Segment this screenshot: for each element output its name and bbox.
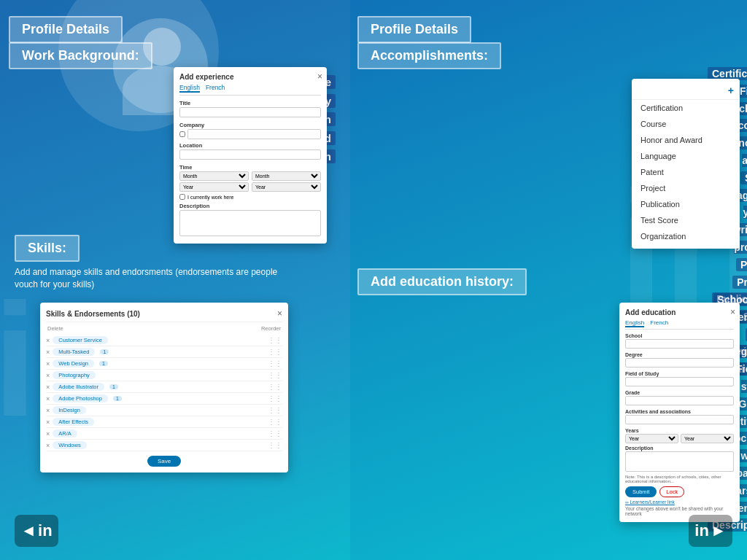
modal-exp-tab-english[interactable]: English — [179, 84, 200, 93]
li-box-left: ◄in — [15, 515, 58, 547]
accomplishments-dropdown: + Certification Course Honor and Award L… — [632, 79, 740, 249]
acc-patents: Patents — [708, 257, 747, 274]
accomplishments-label: Accomplishments: — [357, 42, 501, 69]
med-from-year[interactable]: Year — [625, 434, 678, 443]
acc-projects: Projects — [708, 274, 747, 292]
acc-dd-language[interactable]: Language — [632, 148, 740, 164]
med-degree-input[interactable] — [625, 358, 734, 368]
modal-edu-title: Add education — [625, 308, 734, 316]
ms-remove-7[interactable]: × — [46, 419, 50, 426]
ms-remove-8[interactable]: × — [46, 430, 50, 438]
med-description-textarea[interactable] — [625, 451, 734, 472]
acc-dropdown-header: + — [632, 83, 740, 100]
med-tab-english[interactable]: English — [625, 319, 644, 327]
med-activities-label: Activities and associations — [625, 409, 734, 414]
acc-plus-button[interactable]: + — [728, 85, 734, 96]
skill-badge-1: 1 — [100, 349, 109, 354]
exp-description-textarea[interactable] — [179, 210, 321, 236]
ms-skills-list: ×Customer Service ⋮⋮ ×Multi-Tasked1 ⋮⋮ ×… — [46, 335, 282, 451]
skill-badge-2: 1 — [99, 361, 108, 366]
med-degree-label: Degree — [625, 352, 734, 357]
ms-remove-2[interactable]: × — [46, 360, 50, 368]
med-school-input[interactable] — [625, 339, 734, 349]
list-item: ×Adobe Photoshop1 ⋮⋮ — [46, 393, 282, 405]
ms-drag-7[interactable]: ⋮⋮ — [268, 418, 282, 426]
exp-location-input[interactable] — [179, 149, 321, 160]
ms-remove-5[interactable]: × — [46, 395, 50, 402]
acc-dd-patent[interactable]: Patent — [632, 164, 740, 180]
li-text-left: in — [38, 521, 53, 540]
acc-dd-project[interactable]: Project — [632, 180, 740, 196]
ms-close[interactable]: × — [277, 308, 282, 319]
med-to-year[interactable]: Year — [681, 434, 734, 443]
left-panel: in Profile Details Work Background: Job … — [0, 0, 350, 560]
exp-to-month[interactable]: Month — [252, 171, 321, 181]
ms-drag-6[interactable]: ⋮⋮ — [268, 406, 282, 414]
ms-drag-5[interactable]: ⋮⋮ — [268, 394, 282, 402]
med-tab-french[interactable]: French — [650, 319, 668, 327]
ms-drag-3[interactable]: ⋮⋮ — [268, 371, 282, 379]
exp-company-input[interactable] — [187, 129, 321, 139]
skill-tag-7: After Effects — [53, 418, 94, 426]
ms-drag-2[interactable]: ⋮⋮ — [268, 359, 282, 368]
skill-tag-3: Photography — [53, 371, 96, 379]
linkedin-logo-left: ◄in — [11, 513, 62, 549]
ms-header: Skills & Endorsements (10) × — [46, 308, 282, 322]
ms-remove-6[interactable]: × — [46, 407, 50, 414]
ms-remove-3[interactable]: × — [46, 372, 50, 379]
exp-company-label: Company — [179, 122, 321, 128]
ms-remove-9[interactable]: × — [46, 442, 50, 449]
exp-company-checkbox[interactable] — [179, 131, 185, 137]
list-item: ×Photography ⋮⋮ — [46, 370, 282, 381]
exp-location-label: Location — [179, 142, 321, 149]
exp-currently-works-row: I currently work here — [179, 194, 321, 200]
exp-time-label: Time — [179, 164, 321, 171]
list-item: ×Multi-Tasked1 ⋮⋮ — [46, 346, 282, 358]
exp-currently-works-label: I currently work here — [187, 195, 233, 200]
exp-from-month[interactable]: Month — [179, 171, 249, 181]
med-grade-label: Grade — [625, 390, 734, 395]
exp-currently-works-checkbox[interactable] — [179, 194, 185, 200]
left-profile-details-label: Profile Details — [9, 16, 123, 43]
acc-dd-organization[interactable]: Organization — [632, 228, 740, 244]
exp-from-year[interactable]: Year — [179, 182, 249, 192]
modal-exp-close[interactable]: × — [317, 71, 322, 82]
skill-tag-5: Adobe Photoshop — [53, 394, 108, 402]
skill-badge-4: 1 — [109, 384, 118, 389]
med-activities-input[interactable] — [625, 415, 734, 424]
exp-title-input[interactable] — [179, 107, 321, 117]
ms-remove-0[interactable]: × — [46, 337, 50, 344]
skill-tag-6: InDesign — [53, 406, 86, 414]
ms-drag-9[interactable]: ⋮⋮ — [268, 441, 282, 449]
list-item: ×Customer Service ⋮⋮ — [46, 335, 282, 346]
ms-drag-0[interactable]: ⋮⋮ — [268, 336, 282, 344]
list-item: ×InDesign ⋮⋮ — [46, 405, 282, 416]
med-year-range-label: Years — [625, 428, 734, 433]
right-profile-details-label: Profile Details — [357, 16, 471, 43]
ms-drag-1[interactable]: ⋮⋮ — [268, 348, 282, 356]
med-delete-button[interactable]: Lock — [659, 486, 684, 497]
skill-tag-8: AR/A — [53, 429, 77, 438]
li-text-right: in — [694, 521, 709, 540]
ms-remove-4[interactable]: × — [46, 384, 50, 391]
exp-to-year[interactable]: Year — [252, 182, 321, 192]
modal-exp-tab-french[interactable]: French — [206, 84, 225, 93]
ms-save-button[interactable]: Save — [147, 456, 181, 467]
med-save-button[interactable]: Submit — [625, 486, 657, 497]
ms-cols: Delete Reorder — [46, 325, 282, 332]
acc-dd-test-score[interactable]: Test Score — [632, 212, 740, 228]
med-privacy-link[interactable]: ∞ Learners/Learner link — [625, 499, 734, 505]
acc-dd-publication[interactable]: Publication — [632, 196, 740, 212]
list-item: ×Web Design1 ⋮⋮ — [46, 358, 282, 370]
modal-edu-close[interactable]: × — [730, 307, 735, 317]
ms-remove-1[interactable]: × — [46, 349, 50, 356]
acc-dd-honor[interactable]: Honor and Award — [632, 132, 740, 148]
ms-drag-8[interactable]: ⋮⋮ — [268, 429, 282, 438]
med-grade-input[interactable] — [625, 396, 734, 405]
skill-tag-9: Windows — [53, 441, 86, 449]
med-field-input[interactable] — [625, 377, 734, 386]
acc-dd-course[interactable]: Course — [632, 116, 740, 132]
acc-dd-certification[interactable]: Certification — [632, 100, 740, 116]
ms-drag-4[interactable]: ⋮⋮ — [268, 383, 282, 391]
skills-description: Add and manage skills and endorsments (e… — [15, 266, 292, 291]
